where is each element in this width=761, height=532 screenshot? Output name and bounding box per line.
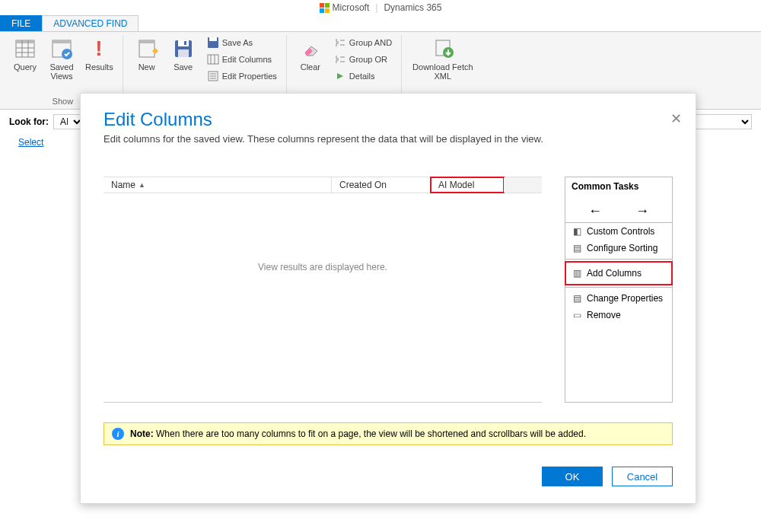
svg-rect-16 — [178, 49, 189, 57]
change-properties-icon: ▤ — [572, 293, 582, 304]
note-bar: i Note: When there are too many columns … — [103, 422, 673, 445]
edit-properties-icon — [207, 70, 219, 82]
svg-rect-19 — [209, 37, 217, 41]
svg-rect-15 — [178, 40, 189, 46]
add-columns-icon: ▥ — [572, 268, 582, 279]
details-icon — [334, 70, 346, 82]
save-as-button[interactable]: Save As — [204, 35, 280, 50]
brand-text: Microsoft — [333, 2, 370, 13]
change-properties-button[interactable]: ▤ Change Properties — [565, 290, 672, 307]
microsoft-brand: Microsoft — [320, 2, 370, 13]
dialog-footer: OK Cancel — [81, 457, 696, 503]
query-icon — [13, 37, 37, 61]
add-columns-button[interactable]: ▥ Add Columns — [565, 262, 672, 285]
save-icon — [171, 37, 196, 61]
column-header-name[interactable]: Name ▲ — [103, 177, 332, 193]
columns-area: Name ▲ Created On AI Model View results … — [103, 177, 542, 403]
results-button[interactable]: ! Results — [82, 35, 116, 73]
eraser-icon — [298, 37, 323, 61]
ok-button[interactable]: OK — [542, 467, 603, 486]
task-separator — [565, 259, 672, 260]
clear-button[interactable]: Clear — [295, 35, 326, 73]
task-separator-2 — [565, 287, 672, 288]
group-and-button[interactable]: Group AND — [331, 35, 395, 50]
save-button[interactable]: Save — [167, 35, 199, 73]
ribbon-tabs: FILE ADVANCED FIND — [0, 15, 761, 32]
column-header-spacer — [504, 177, 542, 193]
close-button[interactable]: ✕ — [670, 110, 682, 127]
arrow-right-icon: → — [635, 203, 649, 218]
configure-sorting-button[interactable]: ▤ Configure Sorting — [565, 240, 672, 256]
svg-rect-1 — [16, 40, 34, 43]
custom-controls-icon: ◧ — [572, 226, 582, 237]
svg-rect-20 — [208, 55, 218, 64]
group-or-icon — [334, 53, 346, 65]
results-icon: ! — [87, 37, 111, 61]
remove-icon: ▭ — [572, 310, 582, 320]
group-and-icon — [334, 37, 346, 49]
app-header: Microsoft | Dynamics 365 — [0, 0, 761, 15]
details-button[interactable]: Details — [331, 68, 395, 84]
svg-rect-17 — [184, 41, 186, 45]
remove-button[interactable]: ▭ Remove — [565, 307, 672, 323]
edit-properties-button[interactable]: Edit Properties — [204, 68, 280, 84]
svg-text:!: ! — [96, 37, 103, 60]
select-link[interactable]: Select — [18, 137, 43, 148]
group-or-button[interactable]: Group OR — [331, 52, 395, 67]
download-icon — [431, 37, 455, 61]
column-header-created-on[interactable]: Created On — [332, 177, 431, 193]
edit-columns-button[interactable]: Edit Columns — [204, 52, 280, 67]
look-for-select[interactable]: AI Bu — [53, 114, 84, 129]
close-icon: ✕ — [670, 111, 682, 126]
edit-columns-icon — [207, 53, 219, 65]
dialog-title: Edit Columns — [103, 109, 673, 130]
move-right-button[interactable]: → — [635, 203, 649, 219]
move-arrows: ← → — [565, 196, 672, 223]
svg-rect-11 — [139, 40, 154, 43]
dialog-subtitle: Edit columns for the saved view. These c… — [103, 133, 673, 145]
save-as-icon — [207, 37, 219, 49]
edit-columns-dialog: Edit Columns Edit columns for the saved … — [80, 93, 696, 504]
arrow-left-icon: ← — [588, 203, 602, 218]
note-text: Note: When there are too many columns to… — [130, 428, 586, 439]
query-button[interactable]: Query — [9, 35, 41, 73]
sort-ascending-icon: ▲ — [139, 181, 145, 189]
sorting-icon: ▤ — [572, 243, 582, 253]
common-tasks-panel: Common Tasks ← → ◧ Custom Controls ▤ Con… — [565, 177, 673, 403]
cancel-button[interactable]: Cancel — [612, 467, 673, 486]
columns-header-row: Name ▲ Created On AI Model — [103, 177, 542, 193]
download-fetch-xml-button[interactable]: Download Fetch XML — [409, 35, 476, 82]
column-header-ai-model[interactable]: AI Model — [431, 177, 504, 193]
look-for-label: Look for: — [9, 116, 49, 127]
microsoft-logo-icon — [320, 3, 330, 13]
results-placeholder: View results are displayed here. — [103, 193, 542, 341]
tab-file[interactable]: FILE — [0, 15, 42, 31]
saved-views-icon — [49, 37, 74, 61]
move-left-button[interactable]: ← — [588, 203, 602, 219]
dialog-header: Edit Columns Edit columns for the saved … — [81, 94, 696, 154]
custom-controls-button[interactable]: ◧ Custom Controls — [565, 223, 672, 240]
new-icon — [135, 37, 159, 61]
new-button[interactable]: New — [131, 35, 163, 73]
svg-marker-33 — [337, 73, 343, 79]
tab-advanced-find[interactable]: ADVANCED FIND — [42, 15, 139, 31]
svg-rect-7 — [53, 40, 71, 43]
separator: | — [375, 2, 377, 13]
product-name: Dynamics 365 — [384, 2, 441, 13]
saved-views-button[interactable]: Saved Views — [46, 35, 78, 82]
info-icon: i — [112, 428, 124, 440]
common-tasks-header: Common Tasks — [565, 177, 672, 196]
divider — [103, 402, 542, 403]
dialog-body: Name ▲ Created On AI Model View results … — [81, 154, 696, 410]
